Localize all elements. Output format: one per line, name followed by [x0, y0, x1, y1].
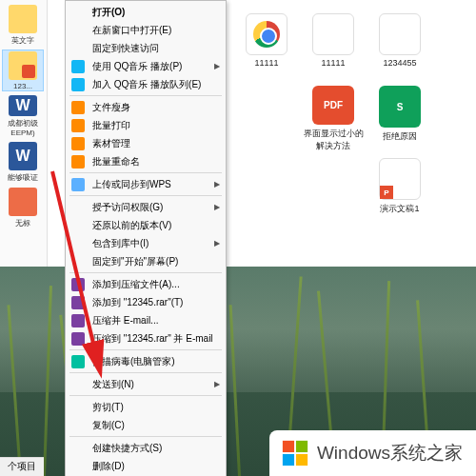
context-menu-item[interactable]: 发送到(N)▶ [66, 375, 226, 393]
file-label: 11111 [321, 58, 345, 68]
context-menu-item[interactable]: 上传或同步到WPS▶ [66, 175, 226, 193]
file-item[interactable]: PDF 界面显示过小的 解决方法 [303, 86, 364, 152]
menu-item-label: 添加到 "12345.rar"(T) [92, 296, 183, 309]
menu-item-label: 使用 QQ音乐 播放(P) [92, 60, 182, 73]
sidebar-item[interactable]: 无标 [2, 187, 44, 228]
context-menu-item[interactable]: 固定到"开始"屏幕(P) [66, 252, 226, 270]
submenu-arrow-icon: ▶ [214, 62, 220, 70]
context-menu-item[interactable]: 包含到库中(I)▶ [66, 234, 226, 252]
menu-item-label: 扫描病毒(电脑管家) [92, 355, 175, 368]
svg-rect-2 [283, 441, 294, 452]
svg-rect-5 [296, 454, 307, 466]
word-icon: W [9, 142, 37, 170]
menu-separator [69, 272, 222, 273]
windows-logo-icon [281, 439, 309, 467]
context-menu-item[interactable]: 还原以前的版本(V) [66, 216, 226, 234]
rar-icon [71, 332, 85, 346]
watermark-text: Windows系统之家 [317, 441, 463, 466]
file-item[interactable]: P 演示文稿1 [369, 158, 430, 225]
menu-item-label: 复制(C) [92, 419, 125, 432]
ppt-icon [9, 188, 37, 216]
menu-separator [69, 349, 222, 350]
context-menu-item[interactable]: 剪切(T) [66, 398, 226, 416]
menu-separator [69, 95, 222, 96]
sidebar-label: 无标 [15, 218, 30, 228]
rar-icon [71, 314, 85, 327]
context-menu-item[interactable]: 删除(D) [66, 457, 226, 475]
menu-item-label: 添加到压缩文件(A)... [92, 278, 180, 291]
watermark: Windows系统之家 [269, 430, 476, 476]
context-menu-item[interactable]: 在新窗口中打开(E) [66, 21, 226, 39]
file-item[interactable]: S 拒绝原因 [369, 86, 430, 152]
menu-item-label: 压缩到 "12345.rar" 并 E-mail [92, 332, 213, 346]
context-menu-item[interactable]: 压缩并 E-mail... [66, 311, 226, 329]
menu-separator [69, 172, 222, 173]
menu-item-label: 剪切(T) [92, 401, 124, 414]
pdf-icon: PDF [312, 86, 354, 125]
chrome-icon [246, 13, 288, 55]
menu-item-label: 加入 QQ音乐 播放队列(E) [92, 78, 201, 91]
qq-icon [71, 60, 85, 73]
qq-icon [71, 78, 85, 91]
context-menu-item[interactable]: 打开(O) [66, 3, 226, 21]
image-icon: P [379, 158, 421, 200]
context-menu-item[interactable]: 素材管理 [66, 134, 226, 152]
context-menu-item[interactable]: 使用 QQ音乐 播放(P)▶ [66, 57, 226, 75]
context-menu-item[interactable]: 加入 QQ音乐 播放队列(E) [66, 75, 226, 93]
menu-item-label: 打开(O) [92, 6, 125, 19]
context-menu-item[interactable]: 文件瘦身 [66, 98, 226, 116]
sidebar-item[interactable]: 英文字 [2, 4, 44, 46]
menu-item-label: 文件瘦身 [92, 101, 130, 114]
sidebar: 英文字 123... W 成都初级 EEPM) W 能够吸证 无标 [0, 0, 48, 267]
cloud-icon [71, 178, 85, 191]
submenu-arrow-icon: ▶ [214, 203, 220, 211]
menu-item-label: 固定到快速访问 [92, 42, 159, 55]
sidebar-item[interactable]: W 成都初级 EEPM) [2, 95, 44, 137]
file-item[interactable]: 11111 [303, 13, 364, 80]
svg-rect-3 [296, 441, 307, 452]
file-label: 拒绝原因 [383, 130, 417, 143]
file-item[interactable]: 1234455 [369, 13, 430, 80]
wps-icon [71, 119, 85, 132]
image-icon [379, 13, 421, 55]
file-label: 界面显示过小的 解决方法 [304, 128, 364, 152]
menu-item-label: 授予访问权限(G) [92, 201, 163, 214]
status-bar: 个项目 [0, 457, 44, 476]
wps-icon [71, 137, 85, 150]
context-menu-item[interactable]: 固定到快速访问 [66, 39, 226, 57]
sidebar-label: 能够吸证 [8, 172, 38, 183]
rar-icon [71, 296, 85, 309]
context-menu-item[interactable]: 复制(C) [66, 416, 226, 434]
menu-item-label: 发送到(N) [92, 378, 134, 391]
context-menu-item[interactable]: 批量打印 [66, 116, 226, 134]
context-menu-item[interactable]: 批量重命名 [66, 152, 226, 170]
menu-item-label: 上传或同步到WPS [92, 178, 171, 191]
menu-item-label: 还原以前的版本(V) [92, 219, 171, 232]
menu-item-label: 压缩并 E-mail... [92, 314, 158, 327]
context-menu-item[interactable]: 创建快捷方式(S) [66, 439, 226, 457]
context-menu-item[interactable]: 添加到压缩文件(A)... [66, 275, 226, 293]
menu-item-label: 创建快捷方式(S) [92, 442, 162, 455]
menu-item-label: 素材管理 [92, 137, 130, 150]
menu-separator [69, 395, 222, 396]
menu-item-label: 在新窗口中打开(E) [92, 24, 171, 37]
file-label: 1234455 [383, 58, 416, 68]
status-text: 个项目 [8, 461, 36, 471]
sidebar-label: 成都初级 EEPM) [2, 118, 44, 137]
sidebar-label: 英文字 [11, 35, 34, 46]
submenu-arrow-icon: ▶ [214, 380, 220, 388]
sidebar-item[interactable]: W 能够吸证 [2, 141, 44, 183]
wps-icon [71, 101, 85, 114]
context-menu-item[interactable]: 添加到 "12345.rar"(T) [66, 293, 226, 311]
menu-item-label: 包含到库中(I) [92, 237, 149, 250]
svg-rect-4 [283, 454, 294, 466]
sidebar-label: 123... [13, 82, 32, 90]
folder-icon [9, 5, 37, 33]
context-menu-item[interactable]: 授予访问权限(G)▶ [66, 198, 226, 216]
file-item[interactable]: 11111 [236, 13, 297, 80]
menu-separator [69, 436, 222, 437]
sidebar-item-selected[interactable]: 123... [2, 50, 44, 91]
context-menu-item[interactable]: 压缩到 "12345.rar" 并 E-mail [66, 329, 226, 347]
submenu-arrow-icon: ▶ [214, 180, 220, 188]
context-menu-item[interactable]: 扫描病毒(电脑管家) [66, 352, 226, 370]
